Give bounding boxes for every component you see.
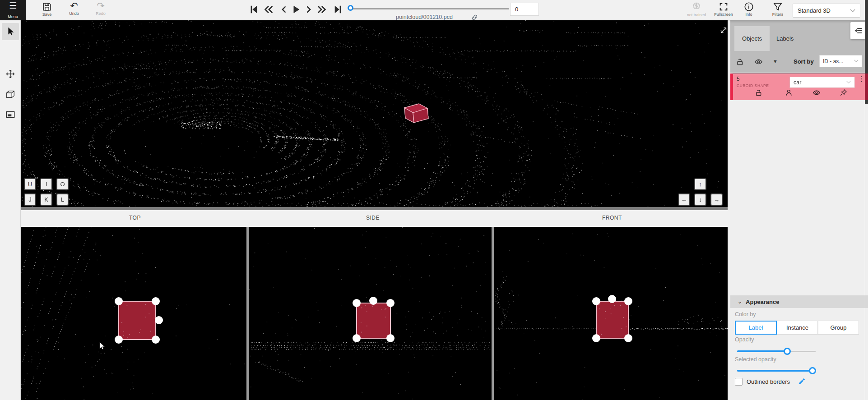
chevron-down-icon [854, 60, 859, 63]
sort-by-label: Sort by [794, 58, 814, 65]
collapse-panel-button[interactable] [850, 22, 866, 39]
key-hint-k[interactable]: K [40, 193, 52, 206]
cuboid-annotation-3d[interactable] [402, 100, 431, 124]
undo-icon: ↶ [65, 1, 83, 11]
main-view-scrollbar[interactable] [21, 207, 728, 210]
side-view-panel[interactable] [249, 227, 492, 400]
tab-objects[interactable]: Objects [734, 26, 770, 51]
expand-view-icon[interactable] [719, 26, 728, 34]
arrow-left-button[interactable]: ← [678, 193, 690, 206]
link-icon[interactable] [471, 14, 478, 21]
skip-first-icon [249, 5, 259, 14]
image-view-tool[interactable] [2, 106, 19, 123]
top-view-panel[interactable] [21, 227, 246, 400]
selected-opacity-slider-handle[interactable] [809, 367, 816, 374]
chevron-down-icon [850, 9, 855, 13]
object-shape-label: CUBOID SHAPE [737, 83, 769, 88]
play-button[interactable] [290, 4, 302, 15]
timeline-handle[interactable] [348, 5, 353, 11]
cuboid-annotation-side[interactable] [357, 303, 390, 338]
redo-button[interactable]: ↷ Redo [92, 1, 109, 16]
timeline-track[interactable] [348, 8, 509, 9]
sort-row: ▼ Sort by ID - as... [730, 51, 868, 73]
opacity-slider-handle[interactable] [784, 348, 791, 355]
arrow-left-icon: ← [681, 196, 687, 203]
model-status[interactable]: not trained [684, 1, 709, 17]
lock-all-icon[interactable] [736, 58, 744, 66]
color-by-label-button[interactable]: Label [735, 321, 777, 335]
appearance-section-header[interactable]: ⌄ Appearance [730, 295, 868, 308]
key-hint-o[interactable]: O [56, 178, 69, 190]
opacity-slider[interactable] [737, 348, 816, 355]
view-mode-dropdown[interactable]: Standard 3D [793, 4, 860, 18]
fullscreen-button[interactable]: Fullscreen [710, 2, 737, 17]
category-dropdown[interactable]: car [789, 77, 855, 88]
menu-label: Menu [8, 14, 18, 19]
key-hint-u[interactable]: U [24, 178, 36, 190]
rewind-icon [263, 5, 274, 14]
main-3d-view[interactable]: U I O J K L ↑ ← ↓ → [21, 20, 728, 207]
rewind-button[interactable] [263, 4, 274, 15]
key-hint-l[interactable]: L [56, 193, 69, 206]
hamburger-icon: ☰ [0, 0, 26, 12]
filters-button[interactable]: Filters [766, 2, 789, 17]
front-view-label: FRONT [602, 215, 622, 221]
save-label: Save [38, 12, 56, 17]
front-view-panel[interactable] [494, 227, 728, 400]
skip-first-button[interactable] [248, 4, 260, 15]
outlined-borders-checkbox[interactable] [735, 378, 743, 386]
save-button[interactable]: Save [38, 2, 56, 17]
next-frame-button[interactable] [302, 4, 314, 15]
object-row[interactable]: 5 CUBOID SHAPE car ⋮ [730, 74, 868, 100]
color-by-group-button[interactable]: Group [818, 321, 859, 335]
eyedropper-icon[interactable] [798, 377, 806, 385]
annotation-app: ☰ Menu Save ↶ Undo ↷ Redo pointcloud/001… [0, 0, 868, 400]
move-icon [5, 69, 15, 79]
arrow-up-button[interactable]: ↑ [694, 178, 706, 190]
arrow-down-button[interactable]: ↓ [694, 193, 706, 206]
cuboid-annotation-top[interactable] [119, 301, 156, 340]
fullscreen-label: Fullscreen [710, 12, 737, 17]
chevron-down-icon [846, 81, 851, 84]
pin-object-icon[interactable] [840, 89, 847, 97]
tab-labels[interactable]: Labels [769, 26, 801, 51]
brain-icon [691, 1, 702, 12]
timeline-slider[interactable] [348, 5, 509, 13]
undo-button[interactable]: ↶ Undo [65, 1, 83, 16]
menu-button[interactable]: ☰ Menu [0, 0, 26, 20]
info-icon [744, 2, 754, 12]
arrow-right-button[interactable]: → [710, 193, 723, 206]
key-hint-i[interactable]: I [40, 178, 52, 190]
cuboid-annotation-front[interactable] [596, 301, 628, 338]
object-menu-kebab[interactable]: ⋮ [858, 76, 865, 82]
select-tool[interactable] [2, 23, 19, 40]
key-hint-j[interactable]: J [24, 193, 36, 206]
color-by-instance-button[interactable]: Instance [777, 321, 818, 335]
outlined-borders-label: Outlined borders [747, 378, 790, 385]
panel-edge-line [865, 104, 865, 400]
fast-forward-icon [316, 5, 327, 14]
top-toolbar: ☰ Menu Save ↶ Undo ↷ Redo pointcloud/001… [0, 0, 868, 21]
info-button[interactable]: Info [739, 2, 758, 17]
not-trained-label: not trained [684, 13, 709, 17]
lock-object-icon[interactable] [755, 89, 762, 97]
selected-opacity-slider[interactable] [737, 367, 816, 374]
next-frame-icon [304, 5, 313, 14]
opacity-label: Opacity [735, 336, 754, 343]
sort-dropdown[interactable]: ID - as... [819, 55, 862, 67]
filter-triangle-icon[interactable]: ▼ [773, 59, 778, 64]
filters-icon [773, 2, 783, 12]
pointcloud-canvas[interactable] [21, 20, 728, 207]
fast-forward-button[interactable] [316, 4, 328, 15]
skip-last-icon [333, 5, 343, 14]
selected-opacity-label: Selected opacity [735, 356, 776, 363]
skip-last-button[interactable] [332, 4, 344, 15]
visibility-object-icon[interactable] [812, 89, 821, 97]
cuboid-tool[interactable] [2, 86, 19, 103]
prev-frame-button[interactable] [279, 4, 290, 15]
side-view-label: SIDE [366, 215, 380, 221]
move-tool[interactable] [2, 65, 19, 83]
frame-number-input[interactable] [510, 3, 539, 16]
visibility-all-icon[interactable] [754, 58, 763, 66]
assignee-icon[interactable] [785, 89, 793, 97]
